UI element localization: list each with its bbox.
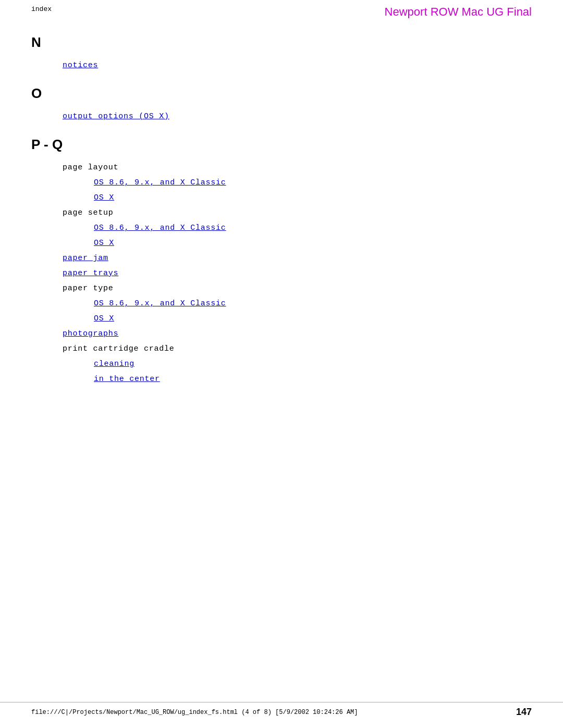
index-item-6-p---q[interactable]: paper jam xyxy=(63,254,532,263)
index-item-10-p---q[interactable]: OS X xyxy=(94,314,532,323)
index-item-14-p---q[interactable]: in the center xyxy=(94,375,532,384)
section-letter-p---q: P - Q xyxy=(31,137,532,153)
index-item-3-p---q: page setup xyxy=(63,208,532,217)
index-item-13-p---q[interactable]: cleaning xyxy=(94,360,532,368)
index-item-2-p---q[interactable]: OS X xyxy=(94,193,532,202)
section-letter-o: O xyxy=(31,85,532,102)
index-item-1-p---q[interactable]: OS 8.6, 9.x, and X Classic xyxy=(94,178,532,187)
index-item-0-n[interactable]: notices xyxy=(63,61,532,70)
index-item-9-p---q[interactable]: OS 8.6, 9.x, and X Classic xyxy=(94,299,532,308)
index-item-0-p---q: page layout xyxy=(63,163,532,172)
index-item-5-p---q[interactable]: OS X xyxy=(94,239,532,248)
index-item-12-p---q: print cartridge cradle xyxy=(63,344,532,353)
index-item-0-o[interactable]: output options (OS X) xyxy=(63,112,532,121)
index-label: index xyxy=(31,5,52,13)
footer: file:///C|/Projects/Newport/Mac_UG_ROW/u… xyxy=(0,702,563,718)
index-item-8-p---q: paper type xyxy=(63,284,532,293)
file-path: file:///C|/Projects/Newport/Mac_UG_ROW/u… xyxy=(31,709,358,716)
index-item-7-p---q[interactable]: paper trays xyxy=(63,269,532,278)
index-item-4-p---q[interactable]: OS 8.6, 9.x, and X Classic xyxy=(94,224,532,232)
page-number: 147 xyxy=(516,707,532,718)
section-letter-n: N xyxy=(31,34,532,51)
index-item-11-p---q[interactable]: photographs xyxy=(63,329,532,338)
page-title: Newport ROW Mac UG Final xyxy=(385,5,532,19)
top-bar: index Newport ROW Mac UG Final xyxy=(31,5,532,19)
content-area: NnoticesOoutput options (OS X)P - Qpage … xyxy=(31,34,532,384)
